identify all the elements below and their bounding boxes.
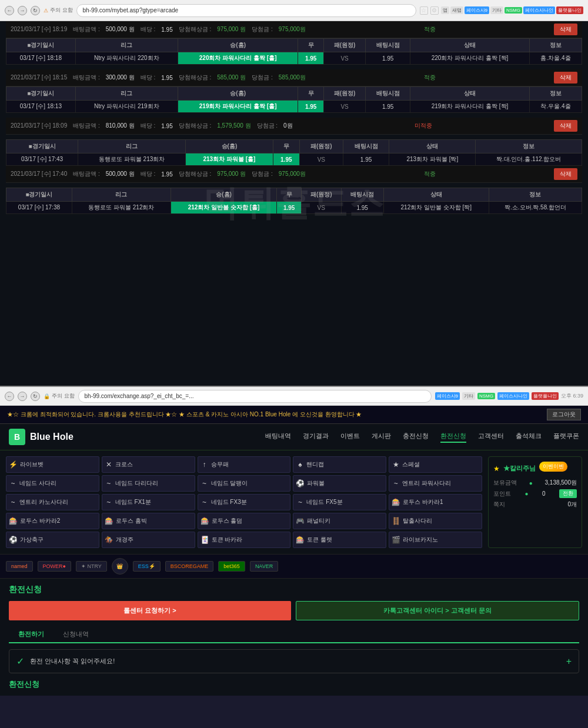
game-token-roulette[interactable]: 🎰토큰 룰렛 bbox=[293, 532, 386, 548]
nav-board[interactable]: 게시판 bbox=[372, 432, 391, 443]
site-header: B Blue Hole 배팅내역 경기결과 이벤트 게시판 충전신청 환전신청 … bbox=[0, 424, 588, 450]
penalty-icon: 🎮 bbox=[296, 517, 305, 525]
game-lotus-baccarat1[interactable]: 🎰로두스 바카라1 bbox=[389, 494, 482, 510]
tab-exchange[interactable]: 환전하기 bbox=[9, 626, 54, 643]
exchange-title: 환전신청 bbox=[9, 585, 579, 595]
game-entry-power[interactable]: ~엔트리 파워사다리 bbox=[389, 475, 482, 492]
security-label-2: 주의 요함 bbox=[52, 392, 75, 400]
nav-attendance[interactable]: 출석체크 bbox=[516, 432, 542, 443]
expand-button[interactable]: + bbox=[566, 656, 572, 667]
game-handicap[interactable]: ♠핸디캡 bbox=[293, 456, 386, 473]
game-fx3[interactable]: ~네임드 FX3분 bbox=[198, 494, 291, 510]
game-dog-race[interactable]: 🏇개경주 bbox=[102, 532, 195, 548]
nav-results[interactable]: 경기결과 bbox=[303, 432, 329, 443]
game-snail[interactable]: ~네임드 달팽이 bbox=[198, 475, 291, 492]
url-bar-1[interactable]: bh-99.com/mybet.asp?gtype=arcade bbox=[76, 4, 416, 17]
transfer-button[interactable]: 전환 bbox=[559, 489, 577, 498]
browser-toolbar-2: 페이스사9 기타 NSMG 페이스사나인 플랫플나인 오후 6:39 bbox=[435, 392, 583, 400]
exchange-form-title: 환전신청 bbox=[9, 679, 579, 690]
forward-button-2[interactable]: → bbox=[18, 392, 27, 401]
nav-exchange[interactable]: 환전신청 bbox=[440, 432, 466, 443]
bet-group-2: 2021/03/17 [수] 18:15 배팅금액 : 300,000 원 배당… bbox=[6, 69, 582, 113]
entry-kano-icon: ~ bbox=[9, 498, 17, 506]
bet-group-3: 2021/03/17 [수] 18:09 배팅금액 : 810,000 원 배당… bbox=[6, 118, 582, 135]
bet-table-1: ■경기일시 리그 승(홈) 무 패(원정) 배팅시점 상태 정보 03/17 [… bbox=[6, 38, 582, 65]
game-lotus-baccarat2[interactable]: 🎰로두스 바카라2 bbox=[6, 513, 99, 529]
livebat-icon: ⚡ bbox=[9, 460, 18, 469]
game-token-baccarat[interactable]: 🃏토큰 바카라 bbox=[198, 532, 291, 548]
refresh-button[interactable]: ↻ bbox=[31, 6, 40, 15]
entry-power-icon: ~ bbox=[392, 479, 400, 487]
lotus2-icon: 🎰 bbox=[9, 517, 18, 525]
tab-history[interactable]: 신청내역 bbox=[54, 626, 98, 642]
game-penalty[interactable]: 🎮패널티키 bbox=[293, 513, 386, 529]
user-panel: ★ ★칼리주님 이벤이벤 보유금액 ● 3,138,500원 포인트 ● 0 전… bbox=[488, 456, 582, 548]
fx1-icon: ~ bbox=[105, 498, 113, 506]
url-bar-2[interactable]: bh-99.com/exchange.asp?_ei_cht_bc_=... bbox=[78, 390, 432, 403]
center-request-button[interactable]: 롤센터 요청하기 > bbox=[9, 601, 291, 620]
game-fx1[interactable]: ~네임드 FX1분 bbox=[102, 494, 195, 510]
partner-named[interactable]: named bbox=[6, 561, 33, 572]
delete-btn-3[interactable]: 삭제 bbox=[554, 120, 577, 132]
refresh-button-2[interactable]: ↻ bbox=[31, 392, 40, 401]
back-button-2[interactable]: ← bbox=[5, 392, 14, 401]
back-button[interactable]: ← bbox=[5, 6, 14, 15]
delete-btn-2[interactable]: 삭제 bbox=[554, 72, 577, 84]
powerball-icon: ⚽ bbox=[296, 479, 305, 487]
game-live-casino[interactable]: 🎬라이브카지노 bbox=[389, 532, 482, 548]
delete-btn-4[interactable]: 삭제 bbox=[554, 168, 577, 180]
partner-ntry[interactable]: ✦ NTRY bbox=[76, 561, 107, 572]
settings-icon[interactable]: ⚙ bbox=[430, 6, 439, 15]
game-grid: ⚡라이브벳 ✕크로스 ↑승무패 ♠핸디캡 ★스페셜 ~네임드 사다리 ~네임드 … bbox=[6, 456, 482, 548]
game-livebat[interactable]: ⚡라이브벳 bbox=[6, 456, 99, 473]
nav-events[interactable]: 이벤트 bbox=[340, 432, 360, 443]
game-named-ladder[interactable]: ~네임드 사다리 bbox=[6, 475, 99, 492]
partner-crown[interactable]: 👑 bbox=[112, 558, 128, 575]
partner-bet365[interactable]: bet365 bbox=[218, 561, 245, 572]
game-powerball[interactable]: ⚽파워볼 bbox=[293, 475, 386, 492]
partner-ess[interactable]: ESS⚡ bbox=[133, 561, 161, 572]
game-cross[interactable]: ✕크로스 bbox=[102, 456, 195, 473]
delete-btn-1[interactable]: 삭제 bbox=[554, 24, 577, 35]
nav-deposit[interactable]: 충전신청 bbox=[403, 432, 429, 443]
check-icon: ✓ bbox=[16, 656, 24, 667]
nav-coupon[interactable]: 플랫쿠폰 bbox=[553, 432, 579, 443]
points-icon: ● bbox=[524, 490, 528, 497]
logout-button[interactable]: 로그아웃 bbox=[547, 409, 581, 420]
balance-value: 3,138,500원 bbox=[544, 479, 577, 487]
bookmark-icon[interactable]: ☆ bbox=[420, 6, 428, 15]
partner-bar: named POWER● ✦ NTRY 👑 ESS⚡ BSCOREGAME be… bbox=[0, 554, 588, 579]
url-text-2: bh-99.com/exchange.asp?_ei_cht_bc_=... bbox=[85, 393, 194, 399]
points-row: 포인트 ● 0 전환 bbox=[493, 489, 577, 498]
game-lotus-holdem2[interactable]: 🎰로두스 홀덤 bbox=[198, 513, 291, 529]
cross-icon: ✕ bbox=[105, 460, 113, 469]
balance-row: 보유금액 ● 3,138,500원 bbox=[493, 479, 577, 487]
nav-cs[interactable]: 고객센터 bbox=[478, 432, 504, 443]
kakao-cs-button[interactable]: 카톡고객센터 아이디 > 고객센터 문의 bbox=[296, 601, 579, 620]
handicap-icon: ♠ bbox=[296, 460, 304, 469]
special-icon: ★ bbox=[392, 460, 400, 469]
partner-power[interactable]: POWER● bbox=[38, 561, 71, 572]
time-display: 오후 6:39 bbox=[561, 392, 583, 400]
escape-icon: 🪜 bbox=[392, 517, 400, 525]
forward-button[interactable]: → bbox=[18, 6, 27, 15]
ticker-text: ★☆ 크롬에 최적화되어 있습니다. 크롬사용을 추천드립니다 ★☆ ★ 스포츠… bbox=[7, 410, 362, 419]
game-virtual-soccer[interactable]: ⚽가상축구 bbox=[6, 532, 99, 548]
partner-naver[interactable]: NAVER bbox=[250, 561, 278, 572]
ticker-bar: ★☆ 크롬에 최적화되어 있습니다. 크롬사용을 추천드립니다 ★☆ ★ 스포츠… bbox=[0, 406, 588, 424]
nav-betting[interactable]: 배팅내역 bbox=[265, 432, 291, 443]
game-winloss[interactable]: ↑승무패 bbox=[198, 456, 291, 473]
browser-toolbar: 앱 새탭 페이스사9 기타 NSMG 페이스사나인 플랫플나인 bbox=[441, 6, 583, 14]
game-lotus-holdem[interactable]: 🎰로두스 홈빅 bbox=[102, 513, 195, 529]
game-named-dari[interactable]: ~네임드 다리다리 bbox=[102, 475, 195, 492]
game-fx5[interactable]: ~네임드 FX5분 bbox=[293, 494, 386, 510]
game-escape-ladder[interactable]: 🪜탈출사다리 bbox=[389, 513, 482, 529]
partner-bscore[interactable]: BSCOREGAME bbox=[165, 561, 214, 572]
exchange-tabs: 환전하기 신청내역 bbox=[9, 626, 579, 643]
named-ladder-icon: ~ bbox=[9, 479, 17, 487]
table-row: 03/17 [수] 17:43 동행로또 파워볼 213회차 213회차 파워볼… bbox=[6, 153, 582, 166]
points-value: 0 bbox=[542, 490, 546, 497]
bet-group-1: 2021/03/17 [수] 18:19 배팅금액 : 500,000 원 배당… bbox=[6, 21, 582, 65]
game-entry-kano[interactable]: ~엔트리 카노사다리 bbox=[6, 494, 99, 510]
game-special[interactable]: ★스페셜 bbox=[389, 456, 482, 473]
